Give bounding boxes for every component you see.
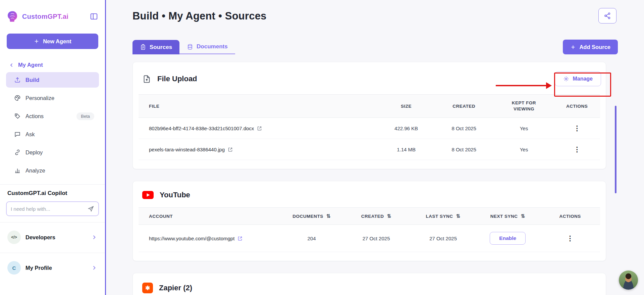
tab-sources[interactable]: Sources <box>132 40 179 54</box>
account-link[interactable]: https://www.youtube.com/@customgpt <box>149 236 243 241</box>
manage-label: Manage <box>573 76 593 82</box>
sidebar-item-label: Ask <box>25 131 35 138</box>
external-link-icon[interactable] <box>257 126 262 131</box>
database-icon <box>187 44 193 50</box>
copilot-title: CustomGPT.ai Copilot <box>0 190 105 197</box>
col-actions: ACTIONS <box>554 95 600 118</box>
my-profile-label: My Profile <box>25 265 52 271</box>
file-kept: Yes <box>494 139 554 160</box>
external-link-icon[interactable] <box>228 147 233 152</box>
sidebar-item-actions[interactable]: Actions Beta <box>6 108 99 124</box>
file-name: 802b96e4-bff2-4174-838e-33d21c501007.doc… <box>149 126 254 131</box>
new-agent-button[interactable]: New Agent <box>7 34 98 49</box>
section-title-youtube: YouTube <box>160 191 190 199</box>
sidebar-divider <box>0 222 105 223</box>
sidebar: CustomGPT.ai New Agent My Agent Build <box>0 0 106 295</box>
last-sync-date: 27 Oct 2025 <box>411 225 476 252</box>
section-title-zapier: Zapier (2) <box>159 284 192 292</box>
kebab-menu-icon[interactable]: ⋮ <box>567 235 574 242</box>
sort-icon[interactable]: ⇅ <box>326 213 331 219</box>
brain-logo-icon <box>5 9 19 23</box>
back-my-agent[interactable]: My Agent <box>0 62 105 68</box>
file-link[interactable]: 802b96e4-bff2-4174-838e-33d21c501007.doc… <box>149 126 262 131</box>
add-source-label: Add Source <box>579 44 610 50</box>
file-upload-icon <box>142 75 151 84</box>
sort-icon[interactable]: ⇅ <box>456 213 461 219</box>
file-created: 8 Oct 2025 <box>434 139 494 160</box>
chevron-right-icon <box>91 234 98 241</box>
col-account: ACCOUNT <box>139 208 282 225</box>
sidebar-item-ask[interactable]: Ask <box>6 127 99 142</box>
file-name: pexels-tara-winstead-8386440.jpg <box>149 147 225 152</box>
deploy-icon <box>14 149 21 156</box>
add-source-button[interactable]: Add Source <box>563 40 618 54</box>
sidebar-item-analyze[interactable]: Analyze <box>6 163 99 178</box>
external-link-icon[interactable] <box>237 236 243 241</box>
youtube-card: YouTube ACCOUNT DOCUMENTS⇅ CREATED⇅ LAST… <box>132 181 606 261</box>
code-icon: </> <box>7 231 21 244</box>
brand-logo[interactable]: CustomGPT.ai <box>5 9 68 23</box>
file-upload-table: FILE SIZE CREATED KEPT FOR VIEWING ACTIO… <box>139 94 600 160</box>
scrollbar-thumb[interactable] <box>615 106 616 193</box>
youtube-table: ACCOUNT DOCUMENTS⇅ CREATED⇅ LAST SYNC⇅ N… <box>139 207 600 252</box>
file-kept: Yes <box>494 118 554 139</box>
file-size: 1.14 MB <box>379 139 434 160</box>
logo-row: CustomGPT.ai <box>0 9 105 23</box>
file-upload-card: File Upload Manage FILE SI <box>132 62 606 169</box>
col-file: FILE <box>139 95 379 118</box>
new-agent-label: New Agent <box>43 38 71 45</box>
beta-badge: Beta <box>76 112 94 120</box>
section-title-file-upload: File Upload <box>157 75 197 83</box>
arrow-annotation <box>496 85 547 86</box>
copilot-input[interactable] <box>11 206 85 212</box>
file-link[interactable]: pexels-tara-winstead-8386440.jpg <box>149 147 233 152</box>
user-avatar[interactable] <box>619 271 638 290</box>
sidebar-divider <box>0 184 105 185</box>
sidebar-item-build[interactable]: Build <box>6 72 99 88</box>
send-icon[interactable] <box>88 205 94 212</box>
developers-row[interactable]: </> Developers <box>0 228 105 247</box>
enable-button[interactable]: Enable <box>490 232 526 245</box>
documents-count: 204 <box>282 225 342 252</box>
main-area: Build • My Agent • Sources Sources <box>107 0 644 295</box>
plus-icon <box>34 38 40 44</box>
personalize-icon <box>14 95 21 101</box>
copilot-input-wrap <box>6 201 99 216</box>
my-profile-row[interactable]: C My Profile <box>0 258 105 277</box>
panel-toggle-icon[interactable] <box>90 12 98 21</box>
tab-label: Documents <box>197 43 228 50</box>
col-documents[interactable]: DOCUMENTS⇅ <box>282 208 342 225</box>
sidebar-item-label: Personalize <box>25 95 54 101</box>
table-row: pexels-tara-winstead-8386440.jpg 1.14 MB… <box>139 139 600 160</box>
build-icon <box>14 77 21 83</box>
profile-avatar: C <box>7 261 21 275</box>
manage-button[interactable]: Manage <box>555 71 601 86</box>
tab-documents[interactable]: Documents <box>179 40 235 54</box>
kebab-menu-icon[interactable]: ⋮ <box>574 146 580 153</box>
developers-label: Developers <box>25 234 55 241</box>
actions-icon <box>14 113 21 119</box>
col-last-sync[interactable]: LAST SYNC⇅ <box>411 208 476 225</box>
sort-icon[interactable]: ⇅ <box>521 213 525 219</box>
col-created[interactable]: CREATED⇅ <box>341 208 411 225</box>
zapier-card: ✱ Zapier (2) <box>132 273 606 295</box>
table-header-row: ACCOUNT DOCUMENTS⇅ CREATED⇅ LAST SYNC⇅ N… <box>139 208 600 225</box>
share-button[interactable] <box>598 8 616 23</box>
kebab-menu-icon[interactable]: ⋮ <box>574 125 580 132</box>
file-created: 8 Oct 2025 <box>434 118 494 139</box>
tabs-row: Sources Documents Add Source <box>132 40 618 54</box>
col-next-sync[interactable]: NEXT SYNC⇅ <box>475 208 540 225</box>
brand-name: CustomGPT.ai <box>22 13 68 20</box>
sidebar-item-label: Deploy <box>25 149 43 156</box>
sidebar-item-deploy[interactable]: Deploy <box>6 145 99 160</box>
col-kept-for-viewing: KEPT FOR VIEWING <box>494 95 554 118</box>
created-date: 27 Oct 2025 <box>341 225 411 252</box>
youtube-icon <box>142 191 154 199</box>
tab-label: Sources <box>150 44 172 51</box>
clipboard-icon <box>140 44 146 50</box>
sidebar-item-personalize[interactable]: Personalize <box>6 90 99 106</box>
sidebar-divider <box>0 253 105 253</box>
my-agent-label: My Agent <box>18 62 43 68</box>
sort-icon[interactable]: ⇅ <box>387 213 391 219</box>
gear-icon <box>563 76 569 82</box>
